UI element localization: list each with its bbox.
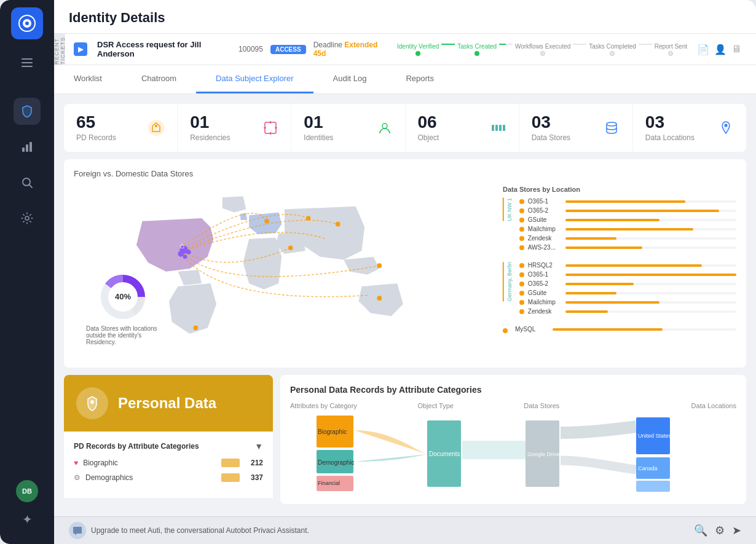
demographics-icon: ⚙	[74, 473, 81, 482]
svg-point-11	[25, 216, 29, 220]
store-aws-uk: AWS-23...	[519, 244, 736, 251]
chat-upgrade-text: Upgrade to meet Auti, the conversational…	[91, 526, 309, 535]
map-title: Foreign vs. Domestic Data Stores	[74, 169, 736, 178]
hamburger-menu-icon[interactable]	[15, 50, 39, 75]
sidebar: DB ✦	[0, 0, 54, 544]
middle-east-region	[276, 233, 305, 254]
pd-chart-title: Personal Data Records by Attribute Categ…	[290, 385, 736, 395]
us-label: United States	[638, 433, 672, 439]
page-header: Identity Details	[54, 0, 756, 34]
location-group-mysql: MySQL	[503, 326, 736, 335]
store-o365-2-uk: O365-2	[519, 207, 736, 214]
filter-bottom-icon[interactable]: ⚙	[715, 524, 725, 537]
pd-records-number: 65	[76, 114, 140, 131]
tab-data-subject-explorer[interactable]: Data Subject Explorer	[196, 65, 313, 93]
legend-col-1: Data Stores by Location UK NW 1 O365-1	[503, 186, 736, 358]
dsr-doc-icon[interactable]: 📄	[697, 44, 709, 55]
tab-worklist[interactable]: Worklist	[54, 65, 122, 93]
svg-point-22	[725, 124, 728, 127]
dsr-expand-button[interactable]: ▶	[74, 42, 87, 56]
svg-point-26	[90, 400, 94, 404]
personal-data-title: Personal Data	[118, 395, 216, 412]
dsr-action-icons: 📄 👤 🖥	[697, 44, 741, 55]
donut-chart-svg: 40%	[98, 272, 148, 321]
dot-us-1	[178, 251, 184, 257]
object-number: 06	[418, 114, 483, 131]
dsr-monitor-icon[interactable]: 🖥	[731, 44, 741, 55]
biographic-icon: ♥	[74, 459, 78, 467]
flow-bio-doc	[355, 430, 427, 454]
demographics-label: Demographics	[85, 473, 216, 482]
svg-rect-17	[492, 125, 494, 131]
object-label: Object	[418, 133, 483, 142]
sea-region	[344, 257, 379, 275]
sankey-diagram: Biographic Demographic Financial Documen…	[290, 414, 736, 494]
donut-percent-text: 40%	[115, 292, 131, 301]
tab-audit-log[interactable]: Audit Log	[313, 65, 387, 93]
chart-header-object: Object Type	[417, 402, 524, 409]
store-o365-2-de: O365-2	[519, 280, 736, 287]
store-mailchimp-de: Mailchimp	[519, 299, 736, 306]
sidebar-item-analytics[interactable]	[14, 133, 41, 160]
chart-header-locations: Data Locations	[630, 402, 736, 409]
svg-point-12	[148, 120, 164, 136]
chart-header-attributes: Attributes by Category	[290, 402, 417, 409]
stat-residencies: 01 Residencies	[178, 104, 291, 152]
user-avatar[interactable]: DB	[16, 480, 38, 502]
flow-to-canada	[561, 460, 636, 470]
stats-row: 65 PD Records 01 Residencies	[64, 104, 746, 152]
data-stores-icon	[603, 119, 620, 136]
germany-label: Germany, Berlin	[503, 262, 513, 301]
navigate-bottom-icon[interactable]: ➤	[732, 524, 741, 537]
connector-4	[639, 44, 652, 45]
chat-bubble-icon	[69, 522, 86, 539]
documents-label: Documents	[429, 451, 460, 457]
tab-reports[interactable]: Reports	[386, 65, 454, 93]
svg-point-16	[382, 124, 387, 128]
tab-chatroom[interactable]: Chatroom	[122, 65, 196, 93]
search-bottom-icon[interactable]: 🔍	[694, 524, 707, 537]
bottom-section: Personal Data PD Records by Attribute Ca…	[64, 375, 746, 504]
store-o365-1-uk: O365-1	[519, 198, 736, 205]
svg-rect-18	[495, 125, 498, 131]
sidebar-item-shield[interactable]	[14, 98, 41, 125]
identities-icon	[377, 120, 393, 136]
pd-row-biographic: ♥ Biographic 212	[74, 459, 263, 467]
pd-dropdown-icon[interactable]: ▼	[254, 441, 263, 451]
main-content: Identity Details RECENT TICKETS ▶ DSR Ac…	[54, 0, 756, 544]
pd-records-chart: Personal Data Records by Attribute Categ…	[280, 375, 746, 504]
more-options-icon[interactable]: ✦	[22, 512, 33, 527]
google-drive-label: Google Drive	[527, 451, 560, 457]
data-locations-number: 03	[645, 114, 711, 131]
data-locations-label: Data Locations	[645, 133, 711, 142]
svg-rect-19	[499, 125, 502, 131]
connector-1	[441, 44, 455, 45]
dsr-person-icon[interactable]: 👤	[714, 44, 726, 55]
canada-label: Canada	[638, 465, 658, 471]
flow-demo-doc	[355, 454, 427, 462]
personal-data-header: Personal Data	[64, 375, 273, 432]
map-content: ⌂ 40% Data Stores with locations outside…	[74, 186, 736, 358]
app-logo[interactable]	[11, 7, 43, 39]
greenland-region	[222, 196, 246, 212]
identities-label: Identities	[304, 133, 369, 142]
demographics-bar	[221, 473, 240, 482]
pd-records-label: PD Records	[76, 133, 140, 142]
sidebar-item-settings[interactable]	[14, 205, 41, 232]
recent-tickets-label: RECENT TICKETS	[54, 34, 65, 65]
data-stores-label: Data Stores	[532, 133, 596, 142]
step-tasks-created: Tasks Created	[457, 43, 497, 50]
data-stores-number: 03	[532, 114, 596, 131]
object-icon	[490, 120, 506, 136]
sidebar-item-search[interactable]	[14, 169, 41, 196]
personal-data-svg-icon	[83, 394, 101, 412]
store-gsuite-uk: GSuite	[519, 216, 736, 223]
connector-2	[499, 44, 513, 45]
legend-col1-title: Data Stores by Location	[503, 186, 736, 193]
pd-section-title: PD Records by Attribute Categories	[74, 442, 199, 451]
location-group-germany: Germany, Berlin HRSQL2	[503, 262, 736, 317]
south-america-region	[169, 283, 216, 334]
dsr-info: DSR Access request for Jill Anderson 100…	[97, 40, 387, 58]
svg-point-21	[607, 122, 616, 126]
identities-number: 01	[304, 114, 369, 131]
